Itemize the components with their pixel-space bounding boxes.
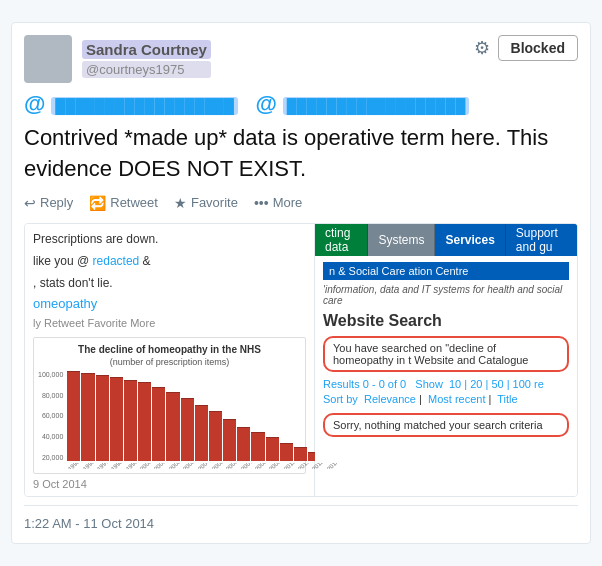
chart-x-label: 1996 [82, 463, 96, 469]
chart-x-label: 2004 [197, 463, 211, 469]
chart-x-label: 1997 [96, 463, 110, 469]
right-content: n & Social Care ation Centre 'informatio… [315, 256, 577, 447]
results-count: Results 0 - 0 of 0 [323, 378, 406, 390]
sort-recent[interactable]: Most recent [428, 393, 485, 405]
avatar [24, 35, 72, 83]
chart-subtitle: (number of prescription items) [38, 357, 301, 367]
more-action[interactable]: ••• More [254, 195, 302, 211]
chart-x-label: 2000 [139, 463, 153, 469]
sort-title[interactable]: Title [497, 393, 517, 405]
mention-handle-1: ██████████████████ [51, 97, 238, 115]
chart-bar [138, 382, 151, 461]
chart-bar [266, 437, 279, 460]
chart-x-label: 2003 [182, 463, 196, 469]
snippet-actions-bar: ly Retweet Favorite More [33, 317, 306, 329]
nhs-header: n & Social Care ation Centre [323, 262, 569, 280]
chart-bar [237, 427, 250, 461]
chart-x-label: 2007 [240, 463, 254, 469]
more-icon: ••• [254, 195, 269, 211]
tweet-timestamp: 1:22 AM - 11 Oct 2014 [24, 516, 578, 531]
chart-wrapper: 100,000 80,000 60,000 40,000 20,000 1995… [38, 371, 301, 469]
search-query-text: You have searched on "decline of homeopa… [333, 342, 528, 366]
nhs-info-centre: ation Centre [409, 265, 469, 277]
chart-bar [294, 447, 307, 461]
nhs-header-text: n & Social Care [329, 265, 405, 277]
separator [24, 505, 578, 506]
chart-x-label: 2006 [225, 463, 239, 469]
snippet-text-row: like you @ redacted & [33, 252, 306, 270]
snippet-homeopathy-link[interactable]: omeopathy [33, 296, 306, 311]
username: Sandra Courtney [82, 40, 211, 59]
snippet-linked-name: redacted [93, 254, 140, 268]
snippet-stats: , stats don't lie. [33, 274, 306, 292]
snippet-like-you: like you @ [33, 254, 89, 268]
retweet-icon: 🔁 [89, 195, 106, 211]
reply-action[interactable]: ↩ Reply [24, 195, 73, 211]
y-label-4: 80,000 [38, 392, 63, 399]
chart-x-labels: 1995199619971998199920002001200220032004… [65, 463, 337, 469]
at-symbol-1: @ [24, 91, 45, 116]
handle: @courtneys1975 [82, 61, 211, 78]
chart-x-label: 2001 [153, 463, 167, 469]
chart-container: The decline of homeopathy in the NHS (nu… [33, 337, 306, 474]
at-symbol-2: @ [255, 91, 276, 116]
chart-x-label: 2009 [268, 463, 282, 469]
nav-support[interactable]: Support and gu [506, 224, 577, 256]
snippet-prescriptions: Prescriptions are down. [33, 230, 306, 248]
snippet-ampersand: & [143, 254, 151, 268]
y-label-1: 20,000 [38, 454, 63, 461]
chart-x-label: 1999 [125, 463, 139, 469]
search-heading: Website Search [323, 312, 569, 330]
tweet-actions: ↩ Reply 🔁 Retweet ★ Favorite ••• More [24, 195, 578, 211]
chart-bars [65, 371, 337, 461]
chart-bar [209, 411, 222, 461]
no-results-text: Sorry, nothing matched your search crite… [333, 419, 543, 431]
nav-systems[interactable]: Systems [368, 224, 435, 256]
chart-x-label: 2010 [283, 463, 297, 469]
homeopathy-text: omeopathy [33, 296, 97, 311]
tweet-header: Sandra Courtney @courtneys1975 ⚙ Blocked [24, 35, 578, 83]
snippet-actions-text: ly Retweet Favorite More [33, 317, 155, 329]
snippet-date: 9 Oct 2014 [33, 478, 306, 490]
retweet-label: Retweet [110, 195, 158, 210]
reply-label: Reply [40, 195, 73, 210]
chart-x-label: 2011 [297, 463, 311, 469]
nav-services[interactable]: Services [435, 224, 505, 256]
nav-collecting[interactable]: cting data [315, 224, 368, 256]
favorite-label: Favorite [191, 195, 238, 210]
no-results-box: Sorry, nothing matched your search crite… [323, 413, 569, 437]
blocked-button[interactable]: Blocked [498, 35, 578, 61]
chart-bar [195, 405, 208, 461]
favorite-action[interactable]: ★ Favorite [174, 195, 238, 211]
y-label-5: 100,000 [38, 371, 63, 378]
gear-icon[interactable]: ⚙ [474, 37, 490, 59]
chart-y-labels: 100,000 80,000 60,000 40,000 20,000 [38, 371, 63, 461]
show-options: 10 | 20 | 50 | 100 re [449, 378, 544, 390]
mention-handle-2: ██████████████████ [283, 97, 470, 115]
chart-x-label: 2002 [168, 463, 182, 469]
chart-x-label: 2005 [211, 463, 225, 469]
reply-icon: ↩ [24, 195, 36, 211]
more-label: More [273, 195, 303, 210]
snippet-text-prescriptions: Prescriptions are down. [33, 232, 158, 246]
chart-bar [166, 392, 179, 460]
chart-bar [67, 371, 80, 461]
chart-bar [124, 380, 137, 461]
results-info: Results 0 - 0 of 0 Show 10 | 20 | 50 | 1… [323, 378, 569, 390]
chart-bar [81, 373, 94, 461]
chart-bar [152, 387, 165, 461]
chart-bar [181, 398, 194, 461]
chart-bar [280, 443, 293, 461]
y-label-2: 40,000 [38, 433, 63, 440]
chart-x-label: 1998 [110, 463, 124, 469]
sort-info: Sort by Relevance | Most recent | Title [323, 393, 569, 405]
y-label-3: 60,000 [38, 412, 63, 419]
show-label: Show [415, 378, 443, 390]
sort-relevance[interactable]: Relevance [364, 393, 416, 405]
snippet-stats-text: , stats don't lie. [33, 276, 113, 290]
nhs-tagline: 'information, data and IT systems for he… [323, 284, 569, 306]
tweet-card: Sandra Courtney @courtneys1975 ⚙ Blocked… [11, 22, 591, 544]
tweet-text: Contrived *made up* data is operative te… [24, 123, 578, 185]
retweet-action[interactable]: 🔁 Retweet [89, 195, 158, 211]
content-row: Prescriptions are down. like you @ redac… [24, 223, 578, 497]
